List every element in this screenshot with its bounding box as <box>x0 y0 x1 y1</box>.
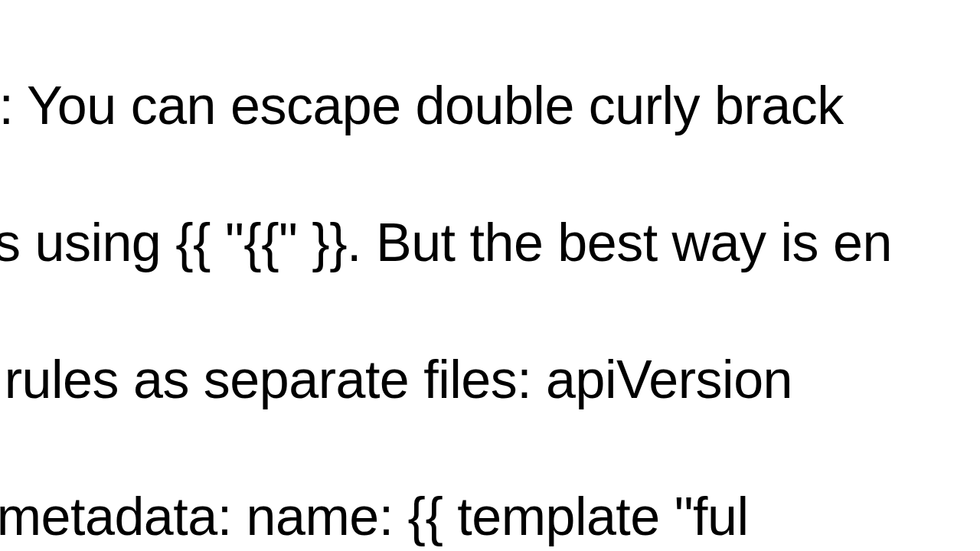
text-line-2: s using {{ "{{" }}. But the best way is … <box>0 209 980 278</box>
text-line-4: ap metadata: name: {{ template "ful <box>0 483 980 551</box>
text-line-1: 2: You can escape double curly brack <box>0 72 980 141</box>
document-text-fragment: 2: You can escape double curly brack s u… <box>0 0 980 551</box>
text-line-3: ng rules as separate files: apiVersion <box>0 346 980 415</box>
